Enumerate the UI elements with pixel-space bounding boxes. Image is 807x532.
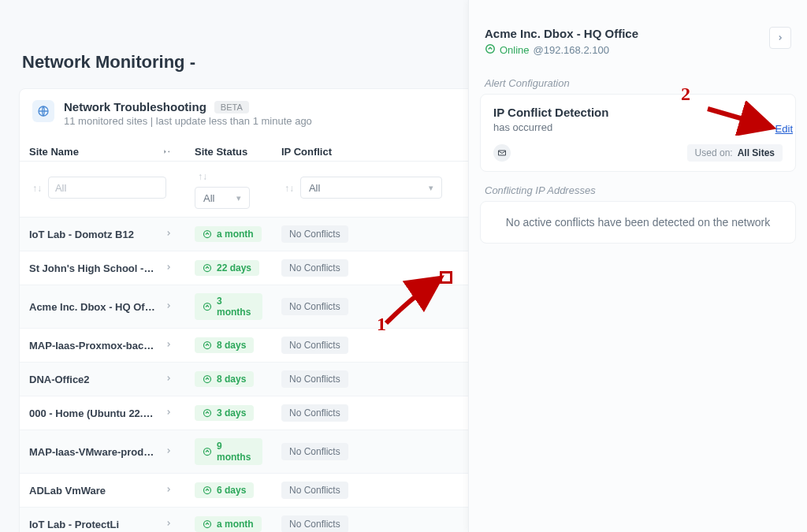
globe-icon [32,100,54,122]
chevron-right-icon[interactable] [162,485,176,496]
edit-link[interactable]: Edit [775,123,793,135]
status-pill: 22 days [195,260,259,276]
pin-icon[interactable] [162,146,171,158]
status-pill: 8 days [195,337,254,353]
up-arrow-icon [203,447,212,456]
detail-side-panel: Acme Inc. Dbox - HQ Office Online @192.1… [468,0,807,532]
conflict-pill: No Conflicts [281,337,348,354]
sort-conflict-button[interactable]: ↑↓ [281,178,297,199]
sort-status-button[interactable]: ↑↓ [195,166,210,187]
svg-point-7 [204,448,211,456]
email-icon[interactable] [493,144,511,162]
filter-conflict-select[interactable]: All ▾ [300,177,442,199]
up-arrow-icon [203,485,212,495]
beta-badge: BETA [214,101,249,113]
panel-online-label: Online [500,44,530,56]
site-name-cell: 000 - Home (Ubuntu 22.04.0... [29,407,155,419]
col-site-name[interactable]: Site Name [29,146,79,158]
chevron-down-icon: ▾ [236,193,241,203]
alert-title: IP Conflict Detection [493,106,783,119]
filter-site-name-input[interactable] [48,177,166,199]
chevron-right-icon[interactable] [162,407,176,419]
status-pill: a month [195,516,262,532]
svg-point-3 [204,303,211,311]
panel-ip-label: @192.168.2.100 [534,44,609,56]
conflicting-addresses-card: No active conflicts have been detected o… [480,201,796,244]
sort-site-name-button[interactable]: ↑↓ [29,178,45,199]
up-arrow-icon [203,374,212,384]
alert-config-section-label: Alert Configuration [469,65,807,94]
conflict-pill: No Conflicts [281,370,348,388]
filter-status-label: All [203,192,214,204]
site-name-cell: MAP-Iaas-Proxmox-backup [29,340,155,352]
used-on-badge[interactable]: Used on: All Sites [687,144,783,162]
filter-status-select[interactable]: All ▾ [195,187,250,209]
chevron-right-icon[interactable] [162,519,176,530]
conflicting-addresses-section-label: Conflicting IP Addresses [469,172,807,201]
card-subtitle: 11 monitored sites | last update less th… [64,115,312,127]
up-arrow-icon [203,302,212,311]
chevron-right-icon[interactable] [162,301,176,312]
svg-point-9 [204,521,211,528]
used-on-label: Used on: [695,147,733,158]
site-name-cell: IoT Lab - ProtectLi [29,519,119,530]
svg-point-2 [204,265,211,272]
svg-point-6 [204,410,211,417]
status-pill: 6 days [195,482,254,498]
up-arrow-icon [203,263,212,273]
up-arrow-icon [203,340,212,350]
svg-point-12 [486,45,495,54]
online-icon [485,43,496,57]
alert-subtitle: has occurred [493,121,783,133]
alert-config-card: IP Conflict Detection has occurred Used … [480,94,796,172]
chevron-right-icon[interactable] [162,340,176,351]
status-pill: 9 months [195,438,262,465]
col-ip-conflict[interactable]: IP Conflict [281,146,332,158]
up-arrow-icon [203,408,212,418]
card-title: Network Troubleshooting [64,100,206,113]
up-arrow-icon [203,519,212,529]
chevron-right-icon[interactable] [162,262,176,273]
panel-site-name: Acme Inc. Dbox - HQ Office [485,27,638,40]
conflict-pill: No Conflicts [281,225,348,243]
site-name-cell: MAP-Iaas-VMware-product... [29,446,155,458]
chevron-right-icon[interactable] [162,446,176,457]
site-name-cell: Acme Inc. Dbox - HQ Office [29,301,155,313]
site-name-cell: IoT Lab - Domotz B12 [29,229,134,240]
filter-conflict-label: All [309,182,320,194]
status-pill: 3 days [195,405,254,421]
panel-expand-button[interactable] [769,27,791,49]
col-site-status[interactable]: Site Status [195,146,247,158]
conflict-pill: No Conflicts [281,443,348,460]
conflict-pill: No Conflicts [281,515,348,532]
conflict-pill: No Conflicts [281,298,348,315]
site-name-cell: St John's High School - Dr... [29,262,155,274]
svg-point-5 [204,376,211,383]
chevron-right-icon[interactable] [162,229,176,240]
chevron-down-icon: ▾ [429,183,433,193]
conflict-pill: No Conflicts [281,259,348,277]
status-pill: 3 months [195,293,262,320]
conflict-pill: No Conflicts [281,404,348,422]
status-pill: a month [195,226,262,242]
site-name-cell: DNA-Office2 [29,374,90,385]
status-pill: 8 days [195,371,254,387]
conflicting-empty-text: No active conflicts have been detected o… [506,216,770,229]
svg-point-8 [204,487,211,494]
chevron-right-icon[interactable] [162,374,176,385]
used-on-value: All Sites [738,147,775,158]
panel-header [469,0,807,16]
conflict-pill: No Conflicts [281,482,348,499]
up-arrow-icon [203,229,212,239]
panel-site-block: Acme Inc. Dbox - HQ Office Online @192.1… [469,16,807,65]
site-name-cell: ADLab VmWare [29,485,106,497]
svg-point-4 [204,342,211,349]
svg-point-1 [204,231,211,238]
